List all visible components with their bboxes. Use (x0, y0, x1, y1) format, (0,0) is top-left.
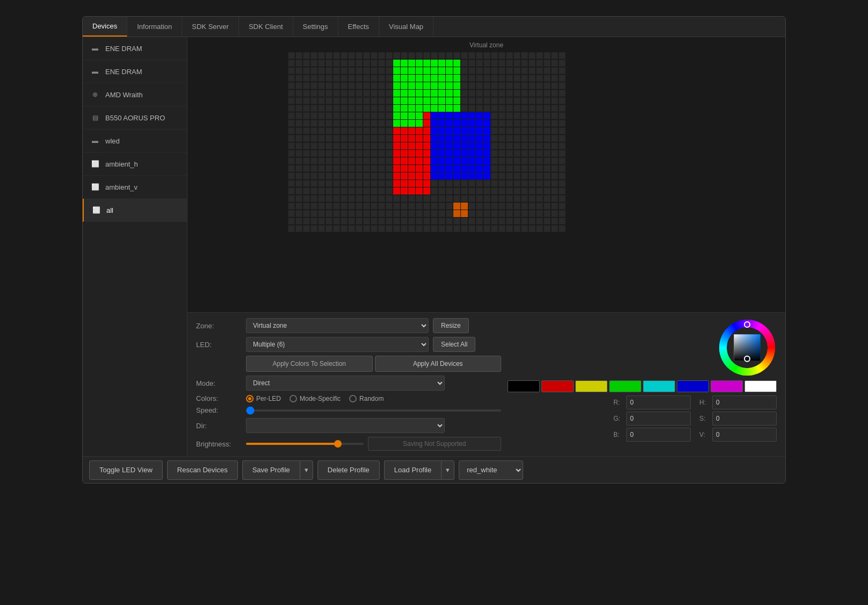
color-wheel[interactable] (718, 318, 777, 377)
radio-random-dot (349, 395, 357, 402)
zone-select[interactable]: Virtual zone (246, 318, 429, 333)
apply-all-devices-button[interactable]: Apply AIl Devices (375, 356, 502, 372)
swatch-white[interactable] (744, 380, 777, 392)
dir-label: Dir: (196, 422, 242, 430)
tab-information[interactable]: Information (127, 17, 182, 37)
tab-bar: Devices Information SDK Server SDK Clien… (83, 17, 785, 37)
mode-row: Mode: Direct (196, 376, 501, 391)
radio-mode-specific[interactable]: Mode-Specific (290, 395, 341, 402)
sidebar-item-b550-aorus[interactable]: ▤ B550 AORUS PRO (83, 106, 187, 129)
brightness-row: Brightness: Saving Not Supported (196, 437, 501, 451)
monitor-icon: ⬜ (90, 159, 100, 169)
tab-settings[interactable]: Settings (293, 17, 338, 37)
right-panel: Virtual zone Zone: Virtual zone (187, 37, 785, 456)
bottom-bar: Toggle LED View Rescan Devices Save Prof… (83, 456, 785, 483)
load-profile-group: Load Profile ▾ (384, 460, 454, 480)
swatch-yellow[interactable] (575, 380, 607, 392)
all-icon: ⬜ (91, 205, 101, 215)
v-input[interactable] (712, 428, 777, 442)
load-profile-dropdown[interactable]: ▾ (441, 460, 454, 480)
swatch-magenta[interactable] (711, 380, 743, 392)
h-label: H: (699, 399, 709, 406)
swatch-red[interactable] (541, 380, 574, 392)
speed-row: Speed: (196, 406, 501, 414)
monitor-icon-2: ⬜ (90, 182, 100, 192)
apply-colors-button[interactable]: Apply Colors To Selection (246, 356, 373, 372)
h-input[interactable] (712, 395, 777, 409)
saving-not-supported: Saving Not Supported (368, 437, 502, 451)
swatch-blue[interactable] (677, 380, 709, 392)
swatch-cyan[interactable] (643, 380, 675, 392)
ram-icon-2: ▬ (90, 67, 100, 76)
colors-row: Colors: Per-LED Mode-Specific (196, 394, 501, 402)
virtual-zone-label: Virtual zone (469, 41, 503, 49)
save-profile-dropdown[interactable]: ▾ (300, 460, 313, 480)
controls-area: Zone: Virtual zone Resize LED: Multiple … (187, 312, 785, 456)
sidebar-item-ambient-h[interactable]: ⬜ ambient_h (83, 153, 187, 176)
save-profile-group: Save Profile ▾ (242, 460, 313, 480)
led-grid (288, 52, 685, 310)
main-content: ▬ ENE DRAM ▬ ENE DRAM ⊗ AMD Wraith ▤ B55… (83, 37, 785, 456)
s-input[interactable] (712, 412, 777, 426)
dir-row: Dir: (196, 418, 501, 433)
app-window: Devices Information SDK Server SDK Clien… (82, 16, 786, 484)
v-label: V: (699, 431, 709, 438)
strip-icon: ▬ (90, 136, 100, 146)
profile-select[interactable]: red_white (459, 460, 523, 480)
r-label: R: (613, 399, 623, 406)
fan-icon: ⊗ (90, 90, 100, 99)
tab-devices[interactable]: Devices (83, 17, 127, 37)
brightness-label: Brightness: (196, 440, 242, 448)
select-all-button[interactable]: Select All (433, 337, 475, 352)
sidebar-item-amd-wraith[interactable]: ⊗ AMD Wraith (83, 83, 187, 106)
colors-radio-group: Per-LED Mode-Specific Random (246, 395, 384, 402)
radio-per-led-dot (246, 395, 254, 402)
mode-label: Mode: (196, 379, 242, 387)
led-select[interactable]: Multiple (6) (246, 337, 429, 352)
save-profile-button[interactable]: Save Profile (242, 460, 300, 480)
tab-visual-map[interactable]: Visual Map (379, 17, 433, 37)
colors-label: Colors: (196, 394, 242, 402)
radio-random[interactable]: Random (349, 395, 384, 402)
s-label: S: (699, 415, 709, 422)
zone-label: Zone: (196, 322, 242, 330)
speed-slider[interactable] (246, 409, 501, 412)
resize-button[interactable]: Resize (433, 318, 469, 333)
radio-per-led[interactable]: Per-LED (246, 395, 281, 402)
g-label: G: (613, 415, 623, 422)
swatch-green[interactable] (609, 380, 641, 392)
sidebar-item-ambient-v[interactable]: ⬜ ambient_v (83, 176, 187, 199)
radio-mode-specific-dot (290, 395, 297, 402)
sidebar-item-ene-dram-1[interactable]: ▬ ENE DRAM (83, 37, 187, 60)
sidebar-item-wled[interactable]: ▬ wled (83, 129, 187, 153)
delete-profile-button[interactable]: Delete Profile (317, 460, 380, 480)
swatch-black[interactable] (508, 380, 540, 392)
speed-label: Speed: (196, 406, 242, 414)
rescan-devices-button[interactable]: Rescan Devices (167, 460, 238, 480)
toggle-led-view-button[interactable]: Toggle LED View (89, 460, 163, 480)
mode-select[interactable]: Direct (246, 376, 445, 391)
b-input[interactable] (626, 428, 691, 442)
led-label: LED: (196, 341, 242, 349)
b-label: B: (613, 431, 623, 438)
sidebar-item-ene-dram-2[interactable]: ▬ ENE DRAM (83, 60, 187, 83)
led-row: LED: Multiple (6) Select All (196, 337, 501, 352)
sidebar-item-all[interactable]: ⬜ all (83, 199, 187, 222)
load-profile-button[interactable]: Load Profile (384, 460, 441, 480)
color-swatches (508, 380, 777, 392)
r-input[interactable] (626, 395, 691, 409)
led-canvas[interactable] (288, 52, 685, 310)
motherboard-icon: ▤ (90, 113, 100, 123)
tab-effects[interactable]: Effects (338, 17, 380, 37)
sidebar: ▬ ENE DRAM ▬ ENE DRAM ⊗ AMD Wraith ▤ B55… (83, 37, 187, 456)
dir-select[interactable] (246, 418, 445, 433)
zone-row: Zone: Virtual zone Resize (196, 318, 501, 333)
virtual-zone-area[interactable]: Virtual zone (187, 37, 785, 312)
apply-row: Apply Colors To Selection Apply AIl Devi… (196, 356, 501, 372)
tab-sdk-server[interactable]: SDK Server (182, 17, 239, 37)
ram-icon: ▬ (90, 44, 100, 53)
brightness-slider[interactable] (246, 443, 364, 445)
g-input[interactable] (626, 412, 691, 426)
tab-sdk-client[interactable]: SDK Client (239, 17, 293, 37)
